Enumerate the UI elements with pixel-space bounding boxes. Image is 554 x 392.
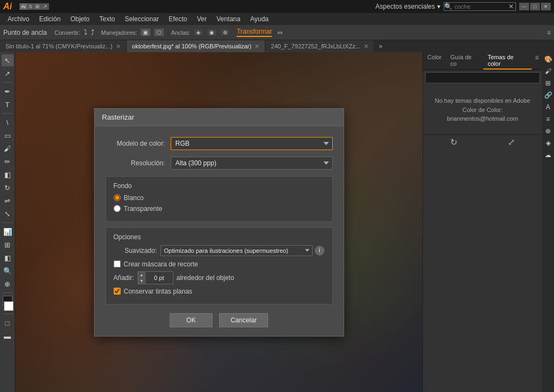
tool-type[interactable]: T bbox=[2, 98, 14, 110]
menu-ver[interactable]: Ver bbox=[192, 14, 211, 24]
workspace-label: Aspectos esenciales bbox=[376, 3, 435, 10]
dialog-body: Modelo de color: RGB CMYK Escala de gris… bbox=[95, 126, 344, 336]
dialog-title: Rasterizar bbox=[95, 109, 344, 126]
left-toolbar: ↖ ↗ ✒ T \ ▭ 🖌 ✏ ◧ ↻ ⇌ ⤡ 📊 ⊞ ◧ 🔍 ⊕ □ ▬ bbox=[0, 52, 15, 392]
right-icon-path[interactable]: ⊕ bbox=[543, 126, 553, 136]
tab-sintitulo-close[interactable]: ✕ bbox=[116, 43, 121, 50]
tab-guia[interactable]: Guía de co bbox=[446, 52, 483, 70]
spin-up-button[interactable]: ▲ bbox=[138, 272, 146, 278]
menu-seleccionar[interactable]: Seleccionar bbox=[120, 14, 163, 24]
search-input[interactable] bbox=[452, 3, 507, 10]
panel-more-button[interactable]: ≡ bbox=[532, 52, 542, 70]
tab-color[interactable]: Color bbox=[423, 52, 446, 70]
temas-refresh-icon[interactable]: ↻ bbox=[450, 137, 457, 147]
radio-blanco[interactable] bbox=[114, 194, 121, 201]
menu-archivo[interactable]: Archivo bbox=[3, 14, 34, 24]
temas-search-input[interactable] bbox=[426, 73, 539, 82]
tab-240[interactable]: 240_F_79227252_fRJxLbLtXZz... ✕ bbox=[265, 40, 375, 52]
right-icon-align[interactable]: ≡ bbox=[543, 114, 553, 124]
crear-mascara-label: Crear máscara de recorte bbox=[124, 260, 198, 268]
anadir-input[interactable] bbox=[146, 272, 173, 284]
right-icon-link[interactable]: 🔗 bbox=[543, 90, 553, 100]
tool-options-bar: Punto de ancla Convertir: ⤵ ⤴ Manejadore… bbox=[0, 25, 554, 40]
tool-eraser[interactable]: ◧ bbox=[2, 169, 14, 181]
tool-paintbrush[interactable]: 🖌 bbox=[2, 142, 14, 154]
maximize-button[interactable]: □ bbox=[530, 3, 540, 10]
tool-eyedropper[interactable]: 🔍 bbox=[2, 265, 14, 277]
tab-oktoberfest[interactable]: oktoberfest.jpg* al 100% (RGB/Previsuali… bbox=[127, 40, 265, 52]
tool-gradient[interactable]: ◧ bbox=[2, 252, 14, 264]
panel-tabs-top: Color Guía de co Temas de color ≡ bbox=[423, 52, 542, 70]
tool-mode-normal[interactable]: □ bbox=[2, 317, 14, 329]
tool-rotate[interactable]: ↻ bbox=[2, 182, 14, 194]
tool-select[interactable]: ↖ bbox=[2, 54, 14, 66]
menu-ventana[interactable]: Ventana bbox=[212, 14, 245, 24]
tool-rect[interactable]: ▭ bbox=[2, 129, 14, 141]
right-icon-type[interactable]: A bbox=[543, 102, 553, 112]
tool-graph[interactable]: 📊 bbox=[2, 226, 14, 238]
extra-icon[interactable]: ⇔ bbox=[277, 29, 283, 36]
anclas-btn2[interactable]: ◉ bbox=[207, 28, 217, 36]
crear-mascara-row: Crear máscara de recorte bbox=[114, 260, 325, 268]
ok-button[interactable]: OK bbox=[170, 313, 213, 327]
tool-mode-full[interactable]: ▬ bbox=[2, 330, 14, 342]
anclas-btn1[interactable]: ◈ bbox=[194, 28, 203, 36]
temas-search-box[interactable] bbox=[425, 72, 540, 83]
tab-oktoberfest-close[interactable]: ✕ bbox=[254, 43, 259, 50]
close-button[interactable]: ✕ bbox=[541, 3, 551, 10]
suavizado-row: Suavizado: Ninguno Optimizado para ilust… bbox=[114, 245, 325, 256]
fondo-inner: Fondo Blanco Transparente bbox=[105, 176, 333, 222]
cancel-button[interactable]: Cancelar bbox=[219, 313, 268, 327]
tab-temas[interactable]: Temas de color bbox=[483, 52, 532, 70]
temas-footer: ↻ ⤢ bbox=[423, 134, 542, 150]
more-tabs-button[interactable]: » bbox=[376, 41, 386, 51]
menu-edicion[interactable]: Edición bbox=[35, 14, 65, 24]
temas-share-icon[interactable]: ⤢ bbox=[508, 137, 515, 147]
transformar-tab[interactable]: Transformar bbox=[236, 28, 272, 37]
right-icon-brush[interactable]: 🖌 bbox=[543, 66, 553, 76]
right-icon-cloud[interactable]: ☁ bbox=[543, 150, 553, 160]
tool-mesh[interactable]: ⊞ bbox=[2, 239, 14, 251]
right-icon-color[interactable]: 🎨 bbox=[543, 54, 553, 64]
tab-240-close[interactable]: ✕ bbox=[364, 43, 369, 50]
menu-texto[interactable]: Texto bbox=[95, 14, 120, 24]
stroke-color[interactable] bbox=[4, 301, 14, 311]
search-clear-button[interactable]: ✕ bbox=[507, 3, 515, 10]
manejadores-btn1[interactable]: ▣ bbox=[140, 28, 151, 36]
search-icon: 🔍 bbox=[444, 3, 452, 10]
crear-mascara-checkbox[interactable] bbox=[114, 260, 121, 267]
search-box[interactable]: 🔍 ✕ bbox=[444, 2, 516, 11]
options-icon[interactable]: ≡ bbox=[547, 29, 551, 36]
tool-mirror[interactable]: ⇌ bbox=[2, 195, 14, 207]
tool-pencil[interactable]: ✏ bbox=[2, 155, 14, 167]
menu-objeto[interactable]: Objeto bbox=[66, 14, 94, 24]
tool-line[interactable]: \ bbox=[2, 116, 14, 128]
fondo-section: Fondo Blanco Transparente bbox=[105, 176, 333, 222]
right-icon-graphic[interactable]: ◈ bbox=[543, 138, 553, 148]
convertir-icon2[interactable]: ⤴ bbox=[91, 28, 95, 36]
suavizado-info-button[interactable]: i bbox=[315, 246, 325, 256]
spin-down-button[interactable]: ▼ bbox=[138, 278, 146, 284]
conservar-checkbox[interactable] bbox=[114, 288, 121, 295]
radio-transparente[interactable] bbox=[114, 205, 121, 212]
tab-240-label: 240_F_79227252_fRJxLbLtXZz... bbox=[271, 43, 360, 49]
minimize-button[interactable]: ─ bbox=[519, 3, 529, 10]
color-model-select[interactable]: RGB CMYK Escala de grises bbox=[171, 137, 333, 150]
toolbar-separator-4 bbox=[2, 293, 13, 293]
tool-scale[interactable]: ⤡ bbox=[2, 208, 14, 220]
menu-ayuda[interactable]: Ayuda bbox=[246, 14, 273, 24]
tool-direct-select[interactable]: ↗ bbox=[2, 67, 14, 79]
right-icon-layers[interactable]: ⊞ bbox=[543, 78, 553, 88]
tab-sintitulo[interactable]: Sin título-1 al 71% (CMYK/Previsualiz...… bbox=[0, 40, 127, 52]
right-icon-strip: 🎨 🖌 ⊞ 🔗 A ≡ ⊕ ◈ ☁ bbox=[542, 52, 554, 392]
tool-zoom[interactable]: ⊕ bbox=[2, 278, 14, 290]
anclas-btn3[interactable]: ⊕ bbox=[220, 28, 230, 36]
resolution-select[interactable]: Pantalla (72 ppp) Media (150 ppp) Alta (… bbox=[171, 157, 333, 170]
manejadores-btn2[interactable]: ⬡ bbox=[154, 28, 164, 36]
workspace-selector[interactable]: Aspectos esenciales ▾ bbox=[376, 3, 440, 10]
conservar-label: Conservar tintas planas bbox=[124, 288, 192, 295]
menu-efecto[interactable]: Efecto bbox=[164, 14, 191, 24]
tool-pen[interactable]: ✒ bbox=[2, 85, 14, 97]
convertir-icon1[interactable]: ⤵ bbox=[84, 28, 88, 36]
suavizado-select[interactable]: Ninguno Optimizado para ilustraciones (s… bbox=[160, 245, 313, 256]
